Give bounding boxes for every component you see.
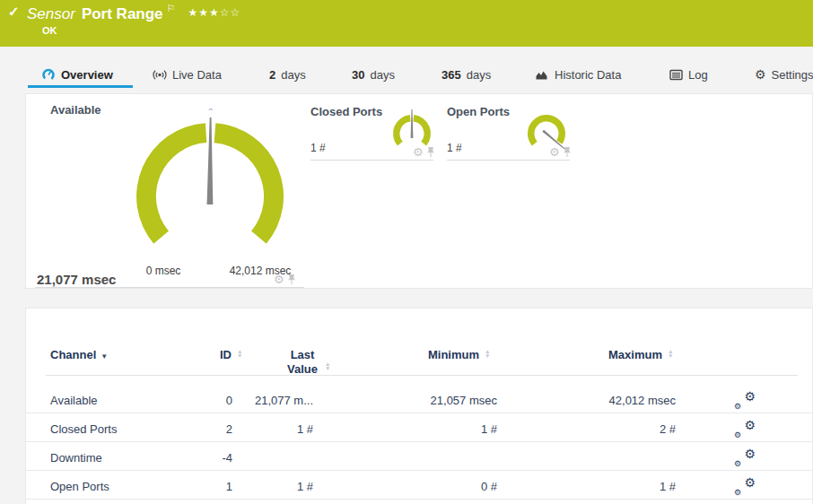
gauge-min-label: 0 msec (136, 265, 190, 277)
tab-historic-data-label: Historic Data (555, 68, 621, 82)
tab-log-label: Log (688, 68, 708, 82)
sort-desc-icon: ▼ (101, 352, 108, 361)
channel-minimum: 21,057 msec (380, 394, 497, 408)
column-header-minimum[interactable]: Minimum (403, 348, 479, 362)
tab-live-data-label: Live Data (172, 68, 222, 82)
tab-2-days[interactable]: 2 days (269, 65, 306, 84)
channel-last-value: 21,077 m... (232, 394, 313, 408)
pin-icon[interactable] (287, 274, 296, 285)
sort-icon: ▲▼ (237, 350, 242, 358)
stars-filled: ★★★ (188, 6, 219, 19)
tab-settings[interactable]: ⚙ Settings (755, 65, 813, 84)
closed-ports-panel-actions: ⚙ (413, 146, 435, 158)
flag-icon[interactable]: ⚐ (167, 3, 176, 13)
channel-id: 0 (161, 394, 232, 408)
channel-maximum: 42,012 msec (559, 394, 676, 408)
channel-table-card: Channel▼ ID ▲▼ Last Value ▲▼ Minimum ▲▼ … (25, 308, 813, 504)
open-ports-value: 1 # (447, 142, 462, 154)
column-header-channel-label: Channel (50, 348, 96, 361)
pin-icon[interactable] (563, 146, 572, 158)
column-header-last-value[interactable]: Last Value (283, 348, 322, 377)
channel-settings-icon[interactable]: ⚙⚙ (732, 449, 756, 467)
tab-overview-label: Overview (61, 68, 113, 82)
tab-historic-data[interactable]: Historic Data (535, 65, 621, 84)
sensor-type-label: Sensor (27, 5, 75, 22)
status-badge: OK (42, 25, 57, 36)
table-row: Closed Ports 2 1 # 1 # 2 # ⚙⚙ (26, 413, 813, 442)
sort-icon: ▲▼ (668, 350, 673, 358)
tab-log[interactable]: Log (669, 65, 708, 84)
tab-settings-label: Settings (772, 68, 813, 82)
channel-minimum (380, 451, 497, 465)
channel-minimum: 1 # (380, 422, 497, 437)
gear-icon[interactable]: ⚙ (274, 274, 284, 285)
open-ports-panel-label: Open Ports (447, 105, 510, 118)
closed-ports-panel-label: Closed Ports (310, 105, 382, 118)
channel-id: 1 (161, 480, 232, 494)
sensor-title: SensorPort Range⚐★★★☆☆ (27, 3, 240, 23)
gear-icon[interactable]: ⚙ (413, 146, 424, 158)
table-row: Available 0 21,077 m... 21,057 msec 42,0… (26, 375, 813, 413)
available-panel-actions: ⚙ (274, 274, 296, 285)
tab-2-days-number: 2 (269, 68, 275, 82)
panel-divider (310, 160, 433, 161)
tab-365-days-number: 365 (441, 68, 461, 82)
panel-divider (35, 287, 304, 288)
panel-divider (447, 160, 570, 161)
overview-gauges-card: Available x̄ 0 msec 42,012 msec 21,077 m… (25, 93, 813, 289)
tab-365-days-unit: days (467, 68, 491, 82)
closed-ports-value: 1 # (310, 142, 326, 154)
sort-icon: ▲▼ (325, 362, 330, 370)
pin-icon[interactable] (426, 146, 435, 158)
table-row: Open Ports 1 1 # 0 # 1 # ⚙⚙ (26, 471, 813, 500)
available-panel-label: Available (50, 103, 101, 117)
tab-30-days-unit: days (370, 68, 394, 82)
table-row: Downtime -4 ⚙⚙ (26, 442, 813, 471)
gauge-icon (41, 67, 56, 82)
available-gauge: x̄ (125, 109, 295, 256)
column-header-id[interactable]: ID (188, 348, 232, 362)
channel-maximum (559, 451, 676, 465)
svg-text:x̄: x̄ (208, 109, 213, 112)
column-header-channel[interactable]: Channel▼ (50, 348, 108, 364)
tab-2-days-unit: days (281, 68, 305, 82)
channel-last-value: 1 # (232, 422, 313, 437)
priority-stars[interactable]: ★★★☆☆ (188, 6, 240, 19)
channel-maximum: 1 # (559, 480, 676, 494)
channel-last-value (232, 451, 313, 465)
available-value: 21,077 msec (37, 272, 116, 287)
active-tab-underline (28, 85, 133, 88)
channel-last-value: 1 # (232, 480, 313, 494)
column-header-maximum[interactable]: Maximum (586, 348, 662, 362)
sensor-header-bar: ✓ SensorPort Range⚐★★★☆☆ OK (0, 0, 813, 47)
channel-settings-icon[interactable]: ⚙⚙ (732, 421, 756, 439)
page-title: Port Range (82, 5, 163, 22)
stars-empty: ☆☆ (220, 6, 241, 19)
tab-live-data[interactable]: Live Data (153, 65, 222, 84)
channel-settings-icon[interactable]: ⚙⚙ (732, 478, 756, 496)
tab-overview[interactable]: Overview (41, 65, 113, 84)
gear-icon: ⚙ (755, 67, 766, 82)
channel-settings-icon[interactable]: ⚙⚙ (732, 392, 756, 410)
tab-30-days-number: 30 (352, 68, 364, 82)
tab-365-days[interactable]: 365 days (441, 65, 491, 84)
area-chart-icon (535, 68, 549, 81)
sort-icon: ▲▼ (485, 350, 490, 358)
prtg-sensor-page: ✓ SensorPort Range⚐★★★☆☆ OK Overview Liv… (0, 0, 813, 504)
log-icon (669, 69, 683, 81)
live-data-icon (153, 69, 167, 81)
gear-icon[interactable]: ⚙ (549, 146, 560, 158)
channel-id: 2 (161, 422, 232, 437)
status-check-icon: ✓ (8, 4, 20, 20)
tab-bar: Overview Live Data 2 days 30 days 365 da… (0, 47, 813, 93)
channel-minimum: 0 # (380, 480, 497, 494)
tab-30-days[interactable]: 30 days (352, 65, 395, 84)
open-ports-panel-actions: ⚙ (549, 146, 572, 158)
channel-id: -4 (161, 451, 232, 465)
channel-maximum: 2 # (559, 422, 676, 437)
